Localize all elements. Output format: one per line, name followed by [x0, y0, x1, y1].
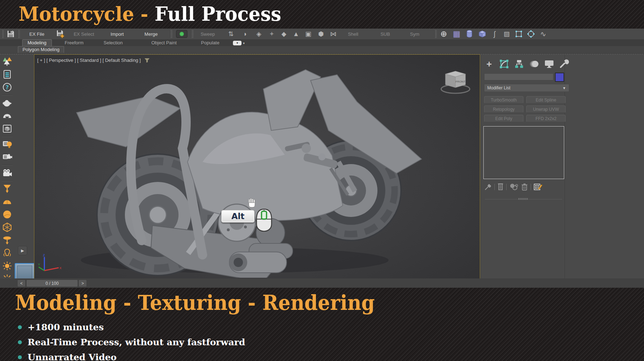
merge-button[interactable]: Merge	[142, 31, 161, 37]
time-slider[interactable]: 0 / 100	[26, 280, 78, 287]
ex-select-button[interactable]: EX Select	[71, 31, 97, 37]
list-item: +1800 minutes	[18, 322, 245, 332]
cylinder-primitive-icon[interactable]	[464, 29, 475, 39]
sphere-light-icon[interactable]	[2, 209, 13, 220]
camera-lister-icon[interactable]	[2, 152, 13, 163]
sphere-modifier-icon[interactable]: ✦	[266, 29, 277, 39]
bullet-icon	[18, 340, 22, 344]
transform-copy-icon[interactable]: ▣	[303, 29, 313, 39]
toolbar-drag-handle[interactable]	[434, 30, 437, 38]
hierarchy-tab[interactable]	[514, 59, 524, 69]
layout-tabs-expand-button[interactable]: ▶	[18, 246, 27, 255]
section-box-icon[interactable]: ▨	[501, 29, 512, 39]
bullet-icon	[18, 355, 22, 359]
configure-modifier-sets-icon[interactable]	[533, 183, 543, 191]
sun-light-icon[interactable]	[2, 261, 13, 271]
pin-stack-icon[interactable]	[484, 183, 492, 191]
ribbon-tab-bar: Modeling Freeform Selection Object Paint…	[0, 39, 644, 46]
display-tab[interactable]	[544, 59, 554, 69]
modifier-stack[interactable]	[483, 126, 564, 179]
command-panel: + Modifier List▼ TurboSmooth Edit Spline…	[481, 55, 644, 278]
previous-frame-button[interactable]: <	[17, 280, 26, 287]
pyramid-icon[interactable]: ▲	[291, 29, 301, 39]
import-button[interactable]: Import	[108, 31, 127, 37]
trees-icon[interactable]	[2, 56, 13, 67]
render-setup-icon[interactable]	[2, 123, 13, 134]
shell-button[interactable]: Shell	[345, 31, 361, 37]
video-camera-icon[interactable]	[2, 168, 13, 178]
toolbar-drag-handle[interactable]	[1, 30, 4, 38]
turbosmooth-button[interactable]: TurboSmooth	[484, 96, 523, 104]
ribbon-collapse-button[interactable]: ▼ ▾	[233, 41, 245, 45]
pan-hand-cursor	[247, 198, 257, 208]
tab-object-paint[interactable]: Object Paint	[146, 40, 182, 46]
omni-light-icon[interactable]	[2, 248, 13, 258]
arc-shape-icon[interactable]: ∿	[538, 29, 548, 39]
tab-freeform[interactable]: Freeform	[60, 40, 89, 46]
teapot-icon[interactable]	[2, 98, 13, 108]
teapot-alt-icon[interactable]	[2, 110, 13, 121]
remove-modifier-trash-icon[interactable]	[521, 183, 528, 191]
perspective-viewport[interactable]: [ + ] [ Perspective ] [ Standard ] [ Def…	[34, 54, 480, 279]
cube-primitive-icon[interactable]	[477, 29, 488, 39]
help-icon[interactable]: ?	[2, 82, 13, 93]
svg-text:Y: Y	[38, 263, 40, 266]
state-light-icon[interactable]	[176, 30, 187, 38]
video-title: Motorcycle - Full Process	[19, 2, 281, 25]
save-icon[interactable]	[5, 29, 16, 39]
object-name-field[interactable]	[484, 73, 553, 80]
list-item: Real-Time Process, without any fastforwa…	[18, 337, 245, 347]
geosphere-icon[interactable]	[2, 222, 13, 233]
mirror-icon[interactable]: ⋈	[328, 29, 338, 39]
ex-file-button[interactable]: EX File	[26, 31, 47, 37]
layer-document-icon[interactable]	[2, 69, 13, 80]
make-unique-icon[interactable]	[509, 183, 518, 191]
stone-icon[interactable]: ◆	[278, 29, 289, 39]
sweep-flow-icon[interactable]: ⇅	[225, 29, 236, 39]
sweep-button[interactable]: Sweep	[198, 31, 218, 37]
light-lister-icon[interactable]	[2, 139, 13, 150]
bullet-icon	[18, 325, 22, 329]
edit-spline-button[interactable]: Edit Spline	[526, 96, 566, 104]
align-icon[interactable]: ⊕	[438, 29, 449, 39]
svg-text:Z: Z	[43, 253, 45, 257]
tab-selection[interactable]: Selection	[99, 40, 128, 46]
rectangle-shape-icon[interactable]	[513, 29, 524, 39]
next-frame-button[interactable]: >	[78, 280, 87, 287]
motorcycle-model[interactable]	[34, 55, 479, 278]
feature-list: +1800 minutes Real-Time Process, without…	[18, 322, 245, 361]
tab-populate[interactable]: Populate	[196, 40, 224, 46]
sub-button[interactable]: SUB	[377, 31, 393, 37]
modify-tab[interactable]	[499, 59, 509, 69]
toolbar-drag-handle[interactable]	[191, 30, 194, 38]
unwrap-uvw-button[interactable]: Unwrap UVW	[526, 105, 566, 113]
retopology-button[interactable]: Retopology	[484, 105, 523, 113]
circle-shape-icon[interactable]	[526, 29, 536, 39]
caret-down-icon[interactable]: ▾	[243, 41, 245, 45]
sym-button[interactable]: Sym	[407, 31, 422, 37]
viewcube[interactable]: FRONT	[438, 69, 473, 95]
save-plus-icon[interactable]	[55, 29, 66, 39]
spline-icon[interactable]: ʃ	[489, 29, 500, 39]
shell-leaf-icon[interactable]: ◗	[240, 29, 250, 39]
show-end-result-icon[interactable]	[497, 183, 504, 191]
modifier-stack-toolbar	[484, 183, 543, 191]
toolbar-drag-handle[interactable]	[18, 30, 20, 38]
toolbar-drag-handle[interactable]	[170, 30, 172, 38]
ffd-2x2x2-button[interactable]: FFD 2x2x2	[526, 115, 566, 122]
grid-array-icon[interactable]: ▦	[451, 29, 462, 39]
spot-light-icon[interactable]	[2, 183, 13, 194]
utilities-tab[interactable]	[559, 59, 569, 69]
edit-poly-button[interactable]: Edit Poly	[484, 115, 523, 122]
motion-tab[interactable]	[529, 59, 539, 69]
dome-light-icon[interactable]	[2, 196, 13, 207]
modifier-list-dropdown[interactable]: Modifier List▼	[484, 84, 569, 92]
rollout-grip[interactable]	[518, 198, 528, 200]
rock-icon[interactable]: ⬢	[316, 29, 326, 39]
checker-plane-icon[interactable]: ◈	[253, 29, 264, 39]
disc-light-icon[interactable]	[2, 235, 13, 246]
object-color-swatch[interactable]	[555, 73, 564, 82]
create-tab[interactable]: +	[484, 59, 494, 69]
subtab-polygon-modeling[interactable]: Polygon Modeling	[18, 46, 64, 53]
tab-modeling[interactable]: Modeling	[22, 39, 52, 46]
